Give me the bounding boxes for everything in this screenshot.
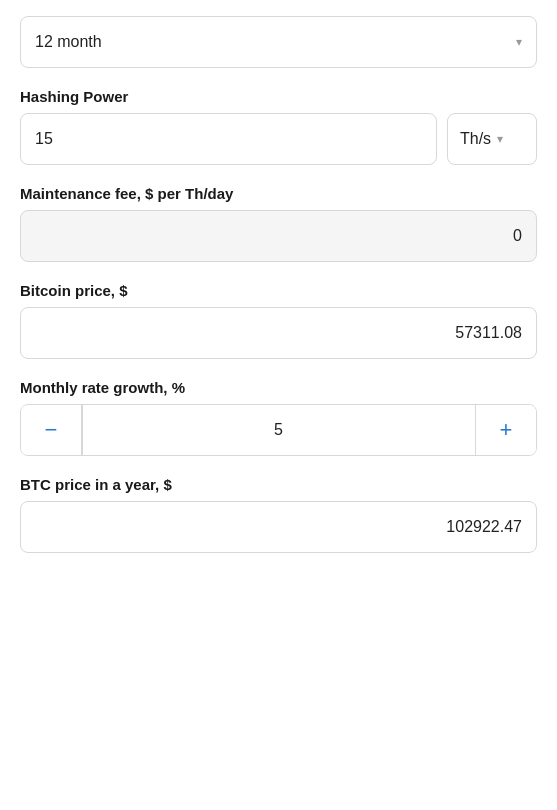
monthly-rate-growth-label: Monthly rate growth, % [20,379,537,396]
hashing-power-label: Hashing Power [20,88,537,105]
btc-price-year-label: BTC price in a year, $ [20,476,537,493]
stepper-value: 5 [83,421,475,439]
plus-icon: + [500,417,513,443]
hashing-unit-select[interactable]: Th/s ▾ [447,113,537,165]
hashing-power-group: Hashing Power Th/s ▾ [20,88,537,165]
hashing-unit-chevron-icon: ▾ [497,132,503,146]
duration-chevron-icon: ▾ [516,35,522,49]
duration-value: 12 month [35,33,508,51]
bitcoin-price-value: 57311.08 [455,324,522,342]
maintenance-fee-label: Maintenance fee, $ per Th/day [20,185,537,202]
bitcoin-price-input-box: 57311.08 [20,307,537,359]
maintenance-fee-input-box: 0 [20,210,537,262]
monthly-rate-growth-group: Monthly rate growth, % − 5 + [20,379,537,456]
bitcoin-price-label: Bitcoin price, $ [20,282,537,299]
minus-icon: − [45,417,58,443]
duration-select[interactable]: 12 month ▾ [20,16,537,68]
btc-price-year-group: BTC price in a year, $ 102922.47 [20,476,537,553]
monthly-rate-growth-stepper: − 5 + [20,404,537,456]
stepper-minus-button[interactable]: − [21,405,81,455]
hashing-power-row: Th/s ▾ [20,113,537,165]
hashing-unit-label: Th/s [460,130,491,148]
bitcoin-price-group: Bitcoin price, $ 57311.08 [20,282,537,359]
hashing-power-input-box [20,113,437,165]
btc-price-year-input-box: 102922.47 [20,501,537,553]
duration-select-wrapper: 12 month ▾ [20,16,537,68]
maintenance-fee-value: 0 [513,227,522,245]
hashing-power-input[interactable] [35,130,422,148]
stepper-plus-button[interactable]: + [476,405,536,455]
btc-price-year-value: 102922.47 [446,518,522,536]
maintenance-fee-group: Maintenance fee, $ per Th/day 0 [20,185,537,262]
